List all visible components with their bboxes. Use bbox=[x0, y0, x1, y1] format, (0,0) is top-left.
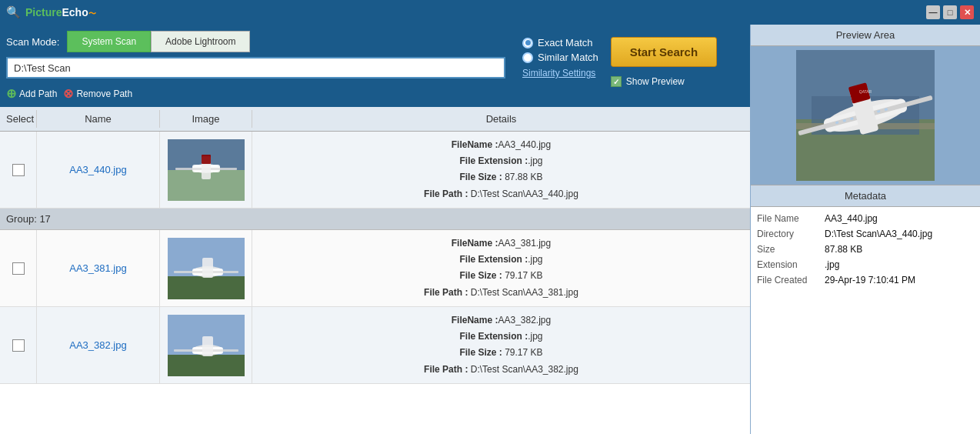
remove-path-label: Remove Path bbox=[76, 88, 132, 99]
similar-match-label: Similar Match bbox=[538, 52, 598, 63]
col-header-select: Select bbox=[0, 110, 37, 128]
meta-row-size: Size 87.88 KB bbox=[757, 244, 974, 255]
thumbnail-image bbox=[168, 238, 245, 299]
col-header-name: Name bbox=[37, 110, 160, 128]
row-checkbox-cell bbox=[0, 132, 37, 208]
meta-val-directory: D:\Test Scan\AA3_440.jpg bbox=[825, 229, 932, 239]
detail-path: File Path : D:\Test Scan\AA3_440.jpg bbox=[424, 187, 578, 202]
table-header: Select Name Image Details bbox=[0, 107, 750, 132]
start-search-button[interactable]: Start Search bbox=[611, 37, 717, 67]
preview-image-area: QATAR bbox=[751, 46, 980, 185]
meta-val-extension: .jpg bbox=[825, 259, 839, 270]
show-preview-label: Show Preview bbox=[626, 76, 685, 87]
meta-val-size: 87.88 KB bbox=[825, 244, 862, 255]
minimize-button[interactable]: — bbox=[926, 5, 940, 19]
table-row: AA3_382.jpg FileName :AA3_382.jpg bbox=[0, 307, 750, 384]
similar-match-radio[interactable] bbox=[522, 52, 533, 63]
row-details-cell: FileName :AA3_381.jpg File Extension :.j… bbox=[252, 230, 750, 306]
file-name-label: AA3_382.jpg bbox=[69, 339, 126, 351]
toolbar-area: Scan Mode: System Scan Adobe Lightroom ⊕… bbox=[6, 31, 505, 101]
svg-rect-7 bbox=[202, 155, 211, 164]
svg-text:QATAR: QATAR bbox=[859, 89, 872, 94]
meta-val-created: 29-Apr-19 7:10:41 PM bbox=[825, 275, 915, 285]
top-section: Scan Mode: System Scan Adobe Lightroom ⊕… bbox=[0, 25, 750, 107]
detail-filename: FileName :AA3_382.jpg bbox=[452, 313, 551, 328]
title-bar: 🔍 PictureEcho〜 — □ ✕ bbox=[0, 0, 980, 25]
detail-extension: File Extension :.jpg bbox=[459, 252, 542, 267]
table-row: AA3_440.jpg bbox=[0, 132, 750, 209]
path-input[interactable] bbox=[6, 57, 505, 78]
scan-mode-buttons: System Scan Adobe Lightroom bbox=[67, 31, 250, 52]
row-checkbox[interactable] bbox=[12, 339, 25, 352]
exact-match-option[interactable]: Exact Match bbox=[522, 37, 598, 48]
similar-match-option[interactable]: Similar Match bbox=[522, 52, 598, 63]
detail-extension: File Extension :.jpg bbox=[459, 154, 542, 169]
system-scan-button[interactable]: System Scan bbox=[67, 31, 151, 52]
title-bar-controls: — □ ✕ bbox=[926, 5, 974, 19]
row-image-cell bbox=[160, 132, 252, 208]
exact-match-label: Exact Match bbox=[538, 37, 593, 48]
group-row: Group: 17 bbox=[0, 209, 750, 230]
row-checkbox-cell bbox=[0, 307, 37, 383]
file-name-label: AA3_381.jpg bbox=[69, 262, 126, 274]
meta-row-filename: File Name AA3_440.jpg bbox=[757, 213, 974, 224]
preview-header: Preview Area bbox=[751, 25, 980, 46]
adobe-lightroom-button[interactable]: Adobe Lightroom bbox=[151, 31, 250, 52]
file-name-label: AA3_440.jpg bbox=[69, 164, 126, 175]
scan-mode-label: Scan Mode: bbox=[6, 36, 59, 48]
match-options: Exact Match Similar Match Similarity Set… bbox=[522, 37, 598, 78]
group-label: Group: bbox=[6, 213, 37, 225]
thumbnail-image bbox=[168, 315, 245, 376]
col-header-image: Image bbox=[160, 110, 252, 128]
group-number: 17 bbox=[39, 213, 50, 225]
svg-rect-21 bbox=[202, 336, 213, 356]
add-path-label: Add Path bbox=[19, 88, 57, 99]
similarity-settings-link[interactable]: Similarity Settings bbox=[522, 68, 598, 78]
row-checkbox-cell bbox=[0, 230, 37, 306]
col-header-details: Details bbox=[252, 110, 750, 128]
scan-mode-row: Scan Mode: System Scan Adobe Lightroom bbox=[6, 31, 505, 52]
app-logo: 🔍 bbox=[6, 5, 21, 19]
detail-size: File Size : 79.17 KB bbox=[459, 269, 542, 283]
exact-match-radio[interactable] bbox=[522, 38, 533, 48]
row-image-cell bbox=[160, 230, 252, 306]
show-preview-section: ✓ Show Preview bbox=[611, 76, 685, 87]
svg-rect-9 bbox=[168, 276, 245, 299]
metadata-content: File Name AA3_440.jpg Directory D:\Test … bbox=[751, 207, 980, 434]
checkbox-check-icon: ✓ bbox=[613, 78, 619, 86]
svg-rect-14 bbox=[202, 258, 213, 278]
meta-row-directory: Directory D:\Test Scan\AA3_440.jpg bbox=[757, 229, 974, 239]
close-button[interactable]: ✕ bbox=[960, 5, 974, 19]
row-name-cell: AA3_440.jpg bbox=[37, 132, 160, 208]
row-checkbox[interactable] bbox=[12, 164, 25, 176]
show-preview-checkbox[interactable]: ✓ bbox=[611, 76, 622, 87]
detail-extension: File Extension :.jpg bbox=[459, 329, 542, 344]
maximize-button[interactable]: □ bbox=[943, 5, 957, 19]
row-details-cell: FileName :AA3_382.jpg File Extension :.j… bbox=[252, 307, 750, 383]
meta-key-created: File Created bbox=[757, 275, 818, 285]
detail-filename: FileName :AA3_381.jpg bbox=[452, 236, 551, 251]
metadata-header: Metadata bbox=[751, 185, 980, 207]
meta-key-directory: Directory bbox=[757, 229, 818, 239]
meta-row-extension: Extension .jpg bbox=[757, 259, 974, 270]
detail-size: File Size : 87.88 KB bbox=[459, 170, 542, 185]
row-checkbox[interactable] bbox=[12, 262, 25, 275]
app-title: PictureEcho〜 bbox=[25, 6, 96, 19]
left-panel: Scan Mode: System Scan Adobe Lightroom ⊕… bbox=[0, 25, 750, 434]
add-icon: ⊕ bbox=[6, 86, 16, 101]
detail-size: File Size : 79.17 KB bbox=[459, 346, 542, 360]
detail-path: File Path : D:\Test Scan\AA3_381.jpg bbox=[424, 285, 578, 300]
path-buttons: ⊕ Add Path ⊗ Remove Path bbox=[6, 86, 505, 101]
meta-row-created: File Created 29-Apr-19 7:10:41 PM bbox=[757, 275, 974, 285]
svg-rect-16 bbox=[168, 355, 245, 376]
row-details-cell: FileName :AA3_440.jpg File Extension :.j… bbox=[252, 132, 750, 208]
right-controls: Exact Match Similar Match Similarity Set… bbox=[513, 31, 744, 101]
main-container: Scan Mode: System Scan Adobe Lightroom ⊕… bbox=[0, 25, 980, 434]
remove-path-button[interactable]: ⊗ Remove Path bbox=[63, 86, 132, 101]
add-path-button[interactable]: ⊕ Add Path bbox=[6, 86, 57, 101]
remove-icon: ⊗ bbox=[63, 86, 73, 101]
detail-path: File Path : D:\Test Scan\AA3_382.jpg bbox=[424, 362, 578, 377]
meta-key-extension: Extension bbox=[757, 259, 818, 270]
right-panel: Preview Area bbox=[750, 25, 980, 434]
detail-filename: FileName :AA3_440.jpg bbox=[452, 138, 551, 152]
